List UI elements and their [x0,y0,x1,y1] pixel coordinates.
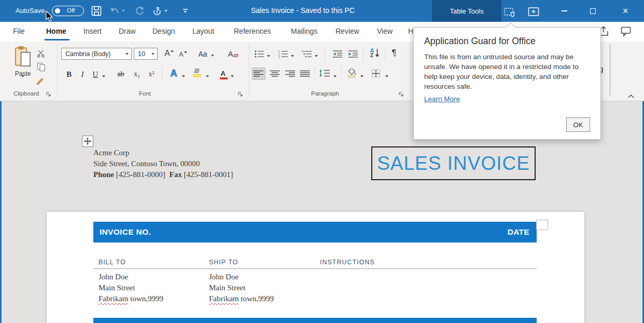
sort-button[interactable]: A Z [367,47,383,59]
superscript-icon: x² [148,70,154,78]
font-name-combobox[interactable]: Cambria (Body) [61,48,132,60]
multilevel-list-button[interactable] [301,48,313,60]
misspelled-word: Fabrikam [209,294,239,303]
clear-formatting-button[interactable]: A [226,48,240,59]
numbered-list-icon: 123 [278,50,288,58]
save-button[interactable] [90,4,103,18]
align-center-button[interactable] [268,68,282,80]
redo-button[interactable] [133,4,146,18]
tab-file[interactable]: File [13,27,25,35]
ok-button[interactable]: OK [566,117,590,132]
grow-font-button[interactable]: A [163,48,175,59]
decrease-indent-button[interactable] [331,48,344,60]
tab-design[interactable]: Design [152,27,175,35]
maximize-button[interactable] [581,0,604,22]
strikethrough-button[interactable]: ab [114,69,128,80]
ok-label: OK [573,121,583,129]
underline-button[interactable]: U [90,69,101,80]
undo-dropdown[interactable] [120,4,127,18]
cut-button[interactable] [35,48,47,59]
tab-help-partial[interactable]: H [408,27,413,35]
shading-button[interactable] [345,68,359,79]
text-effects-dropdown[interactable] [180,71,187,82]
tab-layout[interactable]: Layout [192,27,214,35]
increase-indent-button[interactable] [346,48,360,60]
align-left-button[interactable] [252,68,265,80]
borders-button[interactable] [369,68,383,79]
numbering-button[interactable]: 123 [277,48,289,60]
change-case-icon: Aa [198,50,207,58]
highlight-button[interactable] [191,68,203,79]
justify-button[interactable] [298,68,312,80]
learn-more-link[interactable]: Learn More [424,95,460,103]
borders-grid-icon [371,69,381,78]
change-case-button[interactable]: Aa [196,48,209,60]
application-guard-button[interactable] [503,5,516,19]
clipboard-dialog-launcher[interactable] [46,91,51,97]
touch-mode-button[interactable] [150,4,164,18]
maximize-icon [590,8,596,14]
font-size-combobox[interactable]: 10 [134,48,158,60]
font-color-dropdown[interactable] [229,71,235,82]
clear-formatting-icon: A [228,49,233,58]
tab-references[interactable]: References [234,27,271,35]
ribbon-group-divider-right [610,44,610,96]
tab-view[interactable]: View [377,27,393,35]
underline-dropdown[interactable] [101,71,107,82]
ribbon-display-options-button[interactable] [527,5,540,18]
italic-icon: I [81,70,84,79]
shading-dropdown[interactable] [359,71,365,82]
format-painter-button[interactable] [35,75,47,86]
customize-quick-access-icon [183,9,188,13]
close-button[interactable]: × [614,0,637,22]
numbering-dropdown[interactable] [289,50,296,62]
small-divider [385,47,385,61]
comments-button[interactable] [620,25,632,37]
borders-dropdown[interactable] [384,71,390,82]
bill-to-header: BILL TO [99,259,126,266]
bill-to-city: Fabrikam town,9999 [99,294,163,303]
application-guard-popup: Application Guard for Office This file i… [413,27,601,140]
tab-home[interactable]: Home [46,27,66,35]
application-guard-shield-icon [503,6,516,18]
tab-mailings[interactable]: Mailings [291,27,317,35]
bold-button[interactable]: B [63,69,75,80]
undo-button[interactable] [108,4,121,18]
show-formatting-marks-button[interactable]: ¶ [388,47,400,59]
font-dialog-launcher[interactable] [237,91,243,97]
copy-button[interactable] [35,61,47,73]
change-case-dropdown[interactable] [209,50,216,61]
tab-draw[interactable]: Draw [119,27,136,35]
text-effects-button[interactable]: A [167,68,180,79]
touch-mode-dropdown[interactable] [163,4,169,18]
align-right-button[interactable] [283,68,297,80]
tab-review[interactable]: Review [335,27,359,35]
next-table-header-bar [93,318,537,323]
collapse-ribbon-button[interactable] [625,90,637,102]
popup-title: Application Guard for Office [424,36,536,47]
subscript-button[interactable]: x₂ [131,69,143,80]
context-tab-table-tools[interactable]: Table Tools [432,0,501,22]
grow-font-icon: A [164,49,170,58]
paste-button[interactable]: Paste [11,46,34,87]
table-move-handle[interactable] [82,136,93,147]
multilevel-dropdown[interactable] [313,50,319,62]
highlight-dropdown[interactable] [204,71,211,82]
paragraph-dialog-launcher[interactable] [398,91,404,97]
autosave-toggle[interactable]: Off [52,6,84,16]
bullets-dropdown[interactable] [265,50,272,62]
multilevel-list-icon [302,50,312,58]
line-spacing-button[interactable] [317,68,332,79]
superscript-button[interactable]: x² [145,69,158,80]
font-color-button[interactable]: A [217,68,229,79]
shrink-font-button[interactable]: A [177,49,189,60]
align-right-icon [285,70,295,77]
minimize-button[interactable] [553,0,576,22]
line-spacing-dropdown[interactable] [332,71,338,82]
customize-quick-access-toolbar-button[interactable] [178,4,192,18]
bullets-button[interactable] [253,48,265,60]
font-color-icon: A [220,70,226,77]
format-painter-brush-icon [36,76,46,85]
tab-insert[interactable]: Insert [83,27,102,35]
italic-button[interactable]: I [78,69,87,80]
